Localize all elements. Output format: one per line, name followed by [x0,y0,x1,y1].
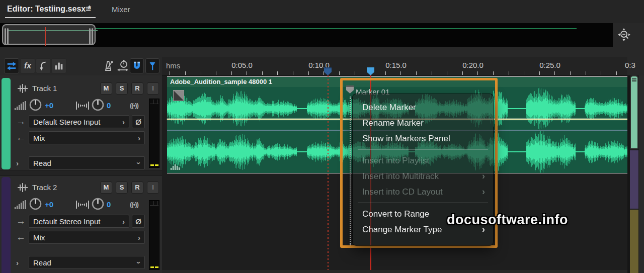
track2-mute-button[interactable]: M [100,181,112,194]
track2-solo-button[interactable]: S [116,181,128,194]
ruler-tick [601,71,601,75]
menu-item-rename-marker[interactable]: Rename Marker [353,115,493,131]
track2-scroll-segment[interactable] [630,150,638,209]
marker-position-line [328,75,329,273]
ruler-unit-label: hms [166,61,180,70]
navigator-right-handle[interactable] [92,28,93,44]
vertical-scroll-handle[interactable] [630,75,638,149]
track1-solo-button[interactable]: S [116,82,128,95]
track2-input-monitor-button[interactable]: I [147,181,159,194]
tab-editor[interactable]: Editor: Testiing.sesx * [7,5,91,14]
bar-chart-icon [53,60,64,71]
ruler-tick [400,71,401,75]
track1-level-meter [149,99,159,168]
track2-automation-select[interactable]: Read › [29,256,145,269]
pan-icon [75,200,90,210]
volume-knob[interactable] [29,197,42,211]
menu-item-insert-into-cd-layout[interactable]: Insert into CD Layout› [353,184,493,200]
track1-automation-value: Read [33,159,138,167]
app-window: Editor: Testiing.sesx * ≡ Mixer [0,0,644,273]
ruler-tick [539,71,540,75]
navigator-right-handle2[interactable] [89,28,91,44]
track3-scroll-segment[interactable] [630,210,638,273]
ruler-tick [432,71,432,75]
track1-input-monitor-button[interactable]: I [147,82,159,95]
track1-input-value: Default Stereo Input [33,118,122,126]
navigator-view-box[interactable] [2,24,96,45]
navigator-left-handle[interactable] [5,28,6,44]
track2-output-select[interactable]: Mix › [29,231,145,244]
phase-icon: Ø [135,217,141,226]
routing-button[interactable] [36,58,51,73]
track2-volume-value[interactable]: +0 [45,200,53,209]
pan-icon [75,101,90,111]
track1-mute-button[interactable]: M [100,82,112,95]
panel-menu-icon[interactable]: ≡ [86,4,91,15]
track2-input-select[interactable]: Default Stereo Input › [29,215,129,228]
ruler-tick [262,71,263,75]
ruler-tick [201,71,201,75]
ruler-tick [416,71,417,75]
stretch-icon[interactable] [117,59,130,72]
track2-phase-button[interactable]: Ø [132,215,145,228]
waveform-track-icon [17,82,29,95]
track2-color-strip[interactable] [2,177,11,273]
pan-knob[interactable] [91,197,105,211]
ruler-tick [616,71,617,75]
track1-record-button[interactable]: R [131,82,143,95]
fx-icon: fx [24,61,31,70]
snap-button[interactable] [130,58,144,73]
chevron-down-icon: › [135,162,143,164]
fade-handle[interactable] [173,90,184,101]
menu-item-show-in-markers-panel[interactable]: Show in Markers Panel [353,131,493,146]
ruler-tick [493,71,494,75]
navigator-playhead [45,27,46,46]
track1-color-strip[interactable] [2,78,11,169]
chevron-down-icon: › [135,261,143,264]
input-arrow-icon: → [16,216,26,227]
effects-button[interactable]: fx [20,58,35,73]
menu-item-insert-into-multitrack[interactable]: Insert into Multitrack› [353,168,493,184]
track2-pan-value[interactable]: 0 [107,200,111,209]
track1-input-select[interactable]: Default Stereo Input › [29,115,129,128]
mini-waveform-icon [170,163,180,170]
timeline-ruler[interactable]: hms 0:05.00:10.00:15.00:20.00:25.00:3 [162,57,627,75]
track2-input-value: Default Stereo Input [33,217,122,226]
submenu-arrow-icon: › [482,184,485,200]
menu-item-delete-marker[interactable]: Delete Marker [353,100,493,115]
ruler-tick [447,71,447,75]
waveform-track-icon [17,181,29,194]
ruler-tick [570,71,571,75]
bottom-scroll-strip[interactable] [162,270,627,273]
automation-expand-icon[interactable]: › [16,159,19,167]
ruler-label: 0:25.0 [539,61,560,69]
tab-mixer[interactable]: Mixer [112,5,130,14]
monitor-icon: ((•)) [130,201,138,208]
volume-knob[interactable] [29,98,42,112]
ruler-label: 0:15.0 [385,61,407,69]
menu-separator [358,203,488,203]
metronome-icon[interactable] [102,59,115,72]
pan-knob[interactable] [91,98,105,112]
track1-pan-value[interactable]: 0 [107,101,111,110]
add-marker-button[interactable] [145,58,159,73]
ruler-label: 0:3 [625,61,635,69]
ruler-label: 0:05.0 [231,61,253,69]
ruler-tick [293,71,293,75]
ruler-tick [185,71,186,75]
track2-name[interactable]: Track 2 [32,183,57,192]
track1-phase-button[interactable]: Ø [132,115,145,128]
automation-expand-icon[interactable]: › [16,258,19,267]
navigator-left-handle2[interactable] [7,28,9,44]
track1-output-select[interactable]: Mix › [29,131,145,144]
track2-record-button[interactable]: R [131,181,143,194]
track1-name[interactable]: Track 1 [32,84,57,93]
ruler-tick [477,71,478,75]
menu-item-insert-into-playlist[interactable]: Insert into Playlist [353,153,493,168]
move-tool-button[interactable] [4,58,19,73]
metering-button[interactable] [51,58,66,73]
ruler-tick [339,71,340,75]
move-tool-icon [6,60,17,71]
track1-automation-select[interactable]: Read › [29,156,145,169]
track1-volume-value[interactable]: +0 [45,101,53,110]
